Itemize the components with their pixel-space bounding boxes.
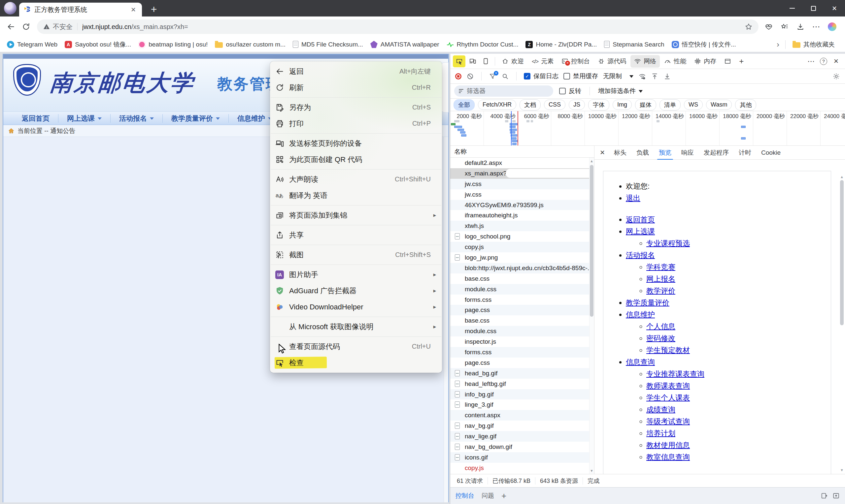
detail-tab-响应[interactable]: 响应 [677,146,698,160]
devtools-help-icon[interactable]: ? [817,55,830,67]
profile-avatar[interactable] [4,2,17,15]
request-row[interactable]: page.css [450,305,589,315]
expand-drawer-icon[interactable] [832,492,840,499]
address-bar[interactable]: ! 不安全 jwxt.njupt.edu.cn/xs_main.aspx?xh= [37,19,758,34]
bookmarks-overflow-icon[interactable]: › [774,40,782,49]
preview-link[interactable]: 教室信息查询 [646,453,690,461]
filter-chip-清单[interactable]: 清单 [659,99,681,110]
page-nav-item[interactable]: 网上选课 [58,114,110,123]
request-row[interactable]: nav_bg_down.gif [450,442,589,452]
invert-checkbox[interactable]: 反转 [559,87,581,95]
detail-tab-标头[interactable]: 标头 [610,146,631,160]
dock-side-icon[interactable] [479,55,492,67]
devtools-more-icon[interactable]: ⋯ [805,55,817,67]
request-row[interactable]: linge_3.gif [450,399,589,410]
devtools-tab-控制台[interactable]: 控制台 [558,55,594,68]
devtools-tab-网络[interactable]: 网络 [631,55,660,68]
filter-chip-全部[interactable]: 全部 [454,99,475,110]
other-favorites-folder[interactable]: 其他收藏夹 [789,39,839,51]
filter-chip-字体[interactable]: 字体 [588,99,609,110]
menu-item-打印[interactable]: 打印Ctrl+P [270,115,442,132]
filter-chip-Wasm[interactable]: Wasm [706,100,732,110]
menu-item-共享[interactable]: 共享 [270,227,442,243]
request-row[interactable]: copy.js [450,242,589,252]
request-row[interactable]: inspector.js [450,337,589,347]
request-row[interactable]: blob:http://jwxt.njupt.edu.cn/cb3c4b5d-8… [450,263,589,273]
menu-item-AdGuard 广告拦截器[interactable]: AdGuard 广告拦截器▸ [270,283,442,299]
preview-link[interactable]: 专业课程预选 [646,239,690,247]
request-row[interactable]: xs_main.aspx?xh [450,168,589,179]
dock-drawer-icon[interactable] [821,492,828,499]
menu-item-截图[interactable]: 截图Ctrl+Shift+S [270,247,442,263]
request-row[interactable]: xtwh.js [450,221,589,231]
import-har-icon[interactable] [651,73,658,80]
throttling-dropdown[interactable]: 无限制 [603,72,633,80]
preview-scrollbar[interactable]: ▲ ▼ [839,174,844,473]
devtools-tab-性能[interactable]: 性能 [661,55,690,68]
preview-link[interactable]: 退出 [626,194,640,202]
request-row[interactable]: info_bg.gif [450,389,589,400]
preview-link[interactable]: 返回首页 [626,215,655,223]
bookmark-item[interactable]: Rhythm Doctor Cust... [443,39,522,50]
menu-item-另存为[interactable]: 另存为Ctrl+S [270,99,442,115]
add-drawer-tab-button[interactable]: + [501,491,506,501]
request-row[interactable]: iframeautoheight.js [450,210,589,221]
detail-tab-计时[interactable]: 计时 [735,146,756,160]
detail-tab-负载[interactable]: 负载 [632,146,653,160]
preview-link[interactable]: 信息查询 [626,358,655,366]
bookmark-item[interactable]: beatmap listing | osu! [135,39,211,50]
filter-chip-媒体[interactable]: 媒体 [635,99,656,110]
disable-cache-checkbox[interactable]: 禁用缓存 [563,72,598,80]
preview-link[interactable]: 学生个人课表 [646,394,690,402]
devtools-tab-源代码[interactable]: 源代码 [594,55,630,68]
more-filters-dropdown[interactable]: 增加筛选条件 [598,87,642,95]
request-row[interactable]: base.css [450,273,589,284]
bookmark-item[interactable]: Stepmania Search [600,39,668,50]
export-har-icon[interactable] [664,73,671,80]
page-scrollbar[interactable] [444,137,448,502]
devtools-tab-内存[interactable]: 内存 [690,55,720,68]
preview-link[interactable]: 教材使用信息 [646,441,690,449]
menu-item-大声朗读[interactable]: 大声朗读Ctrl+Shift+U [270,171,442,187]
browser-essentials-icon[interactable] [762,20,776,34]
request-row[interactable]: default2.aspx [450,158,589,168]
preserve-log-checkbox[interactable]: ✓ 保留日志 [524,72,559,80]
menu-item-翻译为 英语[interactable]: aあ翻译为 英语 [270,187,442,203]
scroll-down-icon[interactable]: ▼ [589,468,594,473]
preview-link[interactable]: 个人信息 [646,322,675,330]
devtools-tab-欢迎[interactable]: 欢迎 [498,55,527,68]
record-network-log-icon[interactable] [455,73,461,79]
preview-link[interactable]: 教学评价 [646,287,675,295]
scroll-up-icon[interactable]: ▲ [839,174,844,179]
refresh-button[interactable] [18,19,34,34]
request-row[interactable]: module.css [450,284,589,294]
request-row[interactable]: nav_bg.gif [450,420,589,431]
browser-tab[interactable]: 正方教务管理系统 ✕ [19,3,142,17]
request-row[interactable]: head_leftbg.gif [450,379,589,389]
close-button[interactable]: ✕ [824,0,845,17]
devtools-close-icon[interactable]: ✕ [830,55,842,67]
filter-chip-CSS[interactable]: CSS [544,100,565,110]
preview-link[interactable]: 培养计划 [646,429,675,437]
devtools-tab-元素[interactable]: </>元素 [528,55,557,68]
request-row[interactable]: forms.css [450,294,589,305]
request-row[interactable]: base.css [450,315,589,326]
request-row[interactable]: jw.css [450,189,589,200]
network-overview-timeline[interactable]: 2000 毫秒4000 毫秒6000 毫秒8000 毫秒10000 毫秒1200… [450,111,845,146]
request-row[interactable]: jw.css [450,179,589,189]
preview-link[interactable]: 等级考试查询 [646,417,690,426]
more-tools-button[interactable]: + [735,55,747,68]
bookmark-item[interactable]: ZHome - Zlv(DDR Pa... [522,39,600,50]
scroll-down-icon[interactable]: ▼ [839,467,844,473]
filter-input[interactable]: 筛选器 [454,86,553,97]
preview-link[interactable]: 信息维护 [626,310,655,319]
minimize-button[interactable] [781,0,803,17]
menu-item-检查[interactable]: 检查 [270,355,442,371]
preview-link[interactable]: 学生预定教材 [646,346,690,354]
preview-link[interactable]: 专业推荐课表查询 [646,370,704,378]
request-row[interactable]: module.css [450,326,589,337]
preview-link[interactable]: 网上选课 [626,227,655,235]
detail-tab-预览[interactable]: 预览 [654,146,676,160]
preview-link[interactable]: 密码修改 [646,334,675,342]
page-nav-item[interactable]: 活动报名 [110,114,163,123]
